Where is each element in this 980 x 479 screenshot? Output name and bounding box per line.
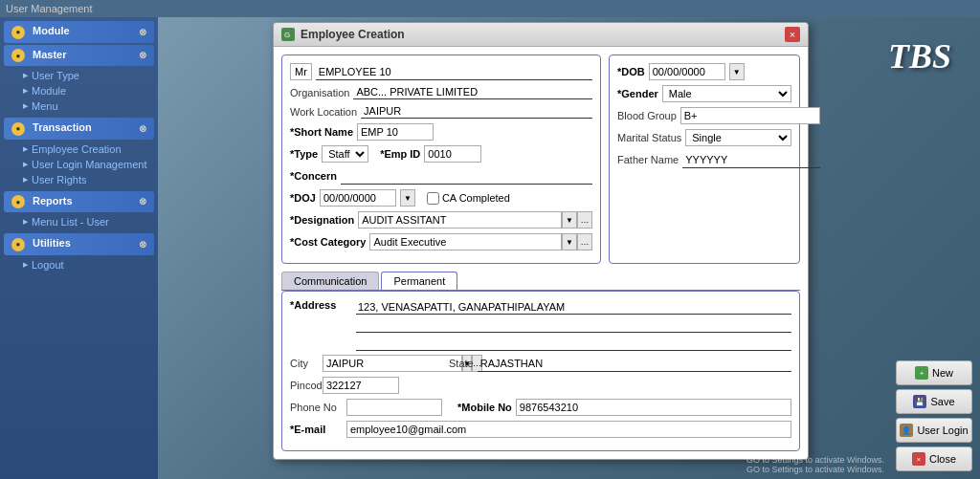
content-area: TBS G Employee Creation × Mr bbox=[158, 17, 980, 479]
module-icon: ● bbox=[11, 26, 25, 39]
pincode-label: Pincode bbox=[290, 380, 319, 391]
title-bar-text: User Management bbox=[6, 3, 93, 14]
father-name-input[interactable] bbox=[682, 151, 820, 168]
cost-category-browse[interactable]: … bbox=[577, 233, 592, 250]
sidebar-item-user-rights[interactable]: User Rights bbox=[19, 172, 154, 187]
tab-permanent[interactable]: Permanent bbox=[381, 272, 457, 290]
close-button[interactable]: × Close bbox=[896, 446, 972, 471]
organisation-row: Organisation bbox=[290, 85, 592, 99]
ca-completed-checkbox[interactable] bbox=[427, 192, 439, 205]
address-input-block bbox=[356, 299, 791, 351]
designation-row: *Designation ▼ … bbox=[290, 211, 592, 229]
doj-input[interactable] bbox=[320, 189, 396, 207]
gender-row: *Gender Male Female bbox=[617, 85, 791, 102]
action-buttons-panel: + New 💾 Save 👤 User Login × Close bbox=[896, 360, 972, 471]
ca-completed-label: CA Completed bbox=[427, 192, 510, 205]
sidebar-section-reports: ● Reports ⊗ Menu List - User bbox=[4, 191, 154, 232]
sidebar-header-utilities[interactable]: ● Utilities ⊗ bbox=[4, 233, 154, 255]
utilities-collapse-icon: ⊗ bbox=[139, 239, 146, 250]
organisation-input[interactable] bbox=[353, 85, 592, 99]
marital-status-row: Marital Status Single Married bbox=[617, 129, 791, 146]
email-input[interactable] bbox=[346, 421, 791, 438]
sidebar-item-menu-list-user[interactable]: Menu List - User bbox=[19, 214, 154, 229]
name-row: Mr bbox=[290, 63, 592, 80]
dialog-title-left: G Employee Creation bbox=[281, 28, 405, 41]
state-input[interactable] bbox=[478, 355, 791, 372]
marital-status-select[interactable]: Single Married bbox=[685, 129, 791, 146]
dob-dropdown[interactable]: ▼ bbox=[729, 63, 745, 80]
type-select[interactable]: Staff bbox=[322, 145, 368, 163]
address-section: *Address City ▼ … State bbox=[281, 291, 800, 451]
utilities-icon: ● bbox=[11, 238, 25, 251]
address-line1-input[interactable] bbox=[356, 299, 791, 315]
blood-group-input[interactable] bbox=[680, 107, 820, 124]
save-button[interactable]: 💾 Save bbox=[896, 389, 972, 414]
designation-dropdown[interactable]: ▼ bbox=[562, 211, 577, 229]
employee-name-input[interactable] bbox=[316, 63, 592, 80]
work-location-label: Work Location bbox=[290, 106, 357, 118]
emp-id-input[interactable] bbox=[424, 145, 481, 163]
dialog-body: Mr Organisation Work Location bbox=[274, 47, 808, 272]
pincode-row: Pincode bbox=[290, 377, 791, 394]
sidebar-header-transaction[interactable]: ● Transaction ⊗ bbox=[4, 118, 154, 140]
concern-input[interactable] bbox=[341, 167, 592, 185]
employee-creation-dialog: G Employee Creation × Mr Orga bbox=[273, 22, 809, 460]
mobile-label: *Mobile No bbox=[457, 402, 512, 413]
new-button[interactable]: + New bbox=[896, 360, 972, 385]
dob-row: *DOB ▼ bbox=[617, 63, 791, 80]
sidebar-header-module[interactable]: ● Module ⊗ bbox=[4, 21, 154, 43]
short-name-row: *Short Name bbox=[290, 123, 592, 141]
address-line3-input[interactable] bbox=[356, 336, 791, 351]
activate-watermark: GO to Settings to activate Windows.GO to… bbox=[746, 455, 884, 474]
cost-category-input[interactable] bbox=[369, 233, 562, 250]
utilities-items: Logout bbox=[4, 255, 154, 274]
sidebar-header-master[interactable]: ● Master ⊗ bbox=[4, 45, 154, 67]
sidebar-section-module: ● Module ⊗ bbox=[4, 21, 154, 43]
sidebar-header-reports[interactable]: ● Reports ⊗ bbox=[4, 191, 154, 213]
gender-select[interactable]: Male Female bbox=[662, 85, 791, 102]
concern-row: *Concern bbox=[290, 167, 592, 185]
sidebar-item-user-login-management[interactable]: User Login Management bbox=[19, 157, 154, 172]
father-name-row: Father Name bbox=[617, 151, 791, 168]
phone-input[interactable] bbox=[346, 399, 442, 416]
dob-input[interactable] bbox=[649, 63, 725, 80]
designation-input[interactable] bbox=[358, 211, 562, 229]
user-login-icon: 👤 bbox=[900, 424, 913, 437]
dialog-titlebar: G Employee Creation × bbox=[274, 23, 808, 47]
city-label: City bbox=[290, 358, 319, 369]
doj-label: *DOJ bbox=[290, 192, 316, 204]
sidebar: ● Module ⊗ ● Master ⊗ User Type Module M… bbox=[0, 17, 158, 479]
designation-browse[interactable]: … bbox=[577, 211, 592, 229]
sidebar-item-logout[interactable]: Logout bbox=[19, 257, 154, 272]
sidebar-item-module[interactable]: Module bbox=[19, 83, 154, 98]
concern-label: *Concern bbox=[290, 170, 337, 182]
type-label: *Type bbox=[290, 148, 318, 160]
prefix-box: Mr bbox=[290, 63, 312, 80]
designation-label: *Designation bbox=[290, 214, 354, 226]
user-login-button[interactable]: 👤 User Login bbox=[896, 418, 972, 443]
master-icon: ● bbox=[11, 49, 25, 62]
work-location-input[interactable] bbox=[361, 104, 592, 119]
short-name-input[interactable] bbox=[357, 123, 434, 141]
dialog-right-panel: *DOB ▼ *Gender Male Female Bl bbox=[609, 54, 800, 264]
master-collapse-icon: ⊗ bbox=[139, 50, 146, 60]
new-icon: + bbox=[915, 366, 928, 380]
address-line2-input[interactable] bbox=[356, 317, 791, 333]
cost-category-dropdown[interactable]: ▼ bbox=[562, 233, 577, 250]
tabs-row: Communication Permanent bbox=[281, 272, 800, 291]
doj-dropdown[interactable]: ▼ bbox=[400, 189, 415, 207]
email-label: *E-mail bbox=[290, 424, 343, 435]
dialog-close-button[interactable]: × bbox=[785, 27, 800, 42]
sidebar-item-menu[interactable]: Menu bbox=[19, 98, 154, 114]
marital-status-label: Marital Status bbox=[617, 132, 681, 143]
address-row: *Address bbox=[290, 299, 791, 351]
sidebar-item-user-type[interactable]: User Type bbox=[19, 68, 154, 83]
tab-communication[interactable]: Communication bbox=[281, 272, 379, 290]
sidebar-item-employee-creation[interactable]: Employee Creation bbox=[19, 142, 154, 157]
pincode-input[interactable] bbox=[323, 377, 399, 394]
transaction-icon: ● bbox=[11, 122, 25, 136]
city-input[interactable] bbox=[323, 355, 462, 372]
mobile-input[interactable] bbox=[516, 399, 791, 416]
dialog-left-panel: Mr Organisation Work Location bbox=[281, 54, 601, 264]
short-name-label: *Short Name bbox=[290, 126, 353, 138]
